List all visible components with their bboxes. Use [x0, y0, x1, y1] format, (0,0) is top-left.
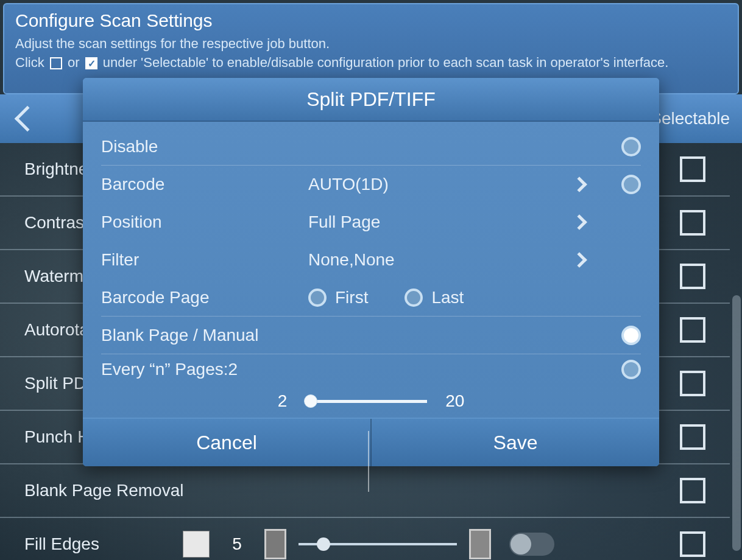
opt-text: Last — [431, 288, 464, 307]
option-label: Every “n” Pages:2 — [101, 360, 238, 379]
chevron-right-icon[interactable] — [571, 252, 587, 267]
option-label: Barcode Page — [101, 288, 308, 307]
footer-divider — [370, 419, 372, 466]
slider-thumb-icon[interactable] — [304, 394, 317, 408]
radio-icon[interactable] — [621, 360, 641, 379]
every-n-slider[interactable] — [305, 400, 427, 403]
option-position[interactable]: Position Full Page — [101, 203, 641, 241]
slider-max: 20 — [445, 391, 464, 411]
radio-selected-icon[interactable] — [621, 326, 641, 345]
dialog-body: Disable Barcode AUTO(1D) Position Full P… — [83, 122, 659, 418]
option-label: Blank Page / Manual — [101, 326, 258, 345]
slider-min: 2 — [278, 391, 288, 411]
option-blank-manual[interactable]: Blank Page / Manual — [101, 317, 641, 354]
radio-icon[interactable] — [405, 289, 423, 307]
split-pdf-dialog: Split PDF/TIFF Disable Barcode AUTO(1D) … — [83, 78, 659, 466]
barcode-page-last[interactable]: Last — [405, 288, 464, 307]
modal-overlay: Split PDF/TIFF Disable Barcode AUTO(1D) … — [0, 0, 742, 560]
option-value: AUTO(1D) — [308, 175, 515, 194]
option-every-n[interactable]: Every “n” Pages:2 — [101, 354, 641, 385]
radio-icon[interactable] — [621, 137, 641, 156]
chevron-right-icon[interactable] — [571, 177, 587, 192]
option-value: None,None — [308, 250, 515, 270]
option-barcode[interactable]: Barcode AUTO(1D) — [101, 166, 641, 203]
barcode-page-first[interactable]: First — [308, 288, 368, 307]
option-barcode-page: Barcode Page First Last — [101, 279, 641, 317]
stray-divider-line — [368, 431, 369, 492]
cancel-button[interactable]: Cancel — [83, 419, 370, 466]
option-value: Full Page — [308, 212, 515, 232]
radio-icon[interactable] — [621, 175, 641, 194]
save-button[interactable]: Save — [372, 419, 659, 466]
option-disable[interactable]: Disable — [101, 128, 641, 166]
option-label: Filter — [101, 250, 308, 270]
option-label: Position — [101, 212, 308, 232]
dialog-title: Split PDF/TIFF — [83, 78, 659, 122]
option-filter[interactable]: Filter None,None — [101, 241, 641, 279]
option-label: Disable — [101, 137, 308, 156]
dialog-footer: Cancel Save — [83, 418, 659, 466]
radio-icon[interactable] — [308, 289, 327, 307]
opt-text: First — [335, 288, 368, 307]
every-n-slider-row: 2 20 — [101, 385, 641, 418]
option-label: Barcode — [101, 175, 308, 194]
chevron-right-icon[interactable] — [571, 214, 587, 229]
